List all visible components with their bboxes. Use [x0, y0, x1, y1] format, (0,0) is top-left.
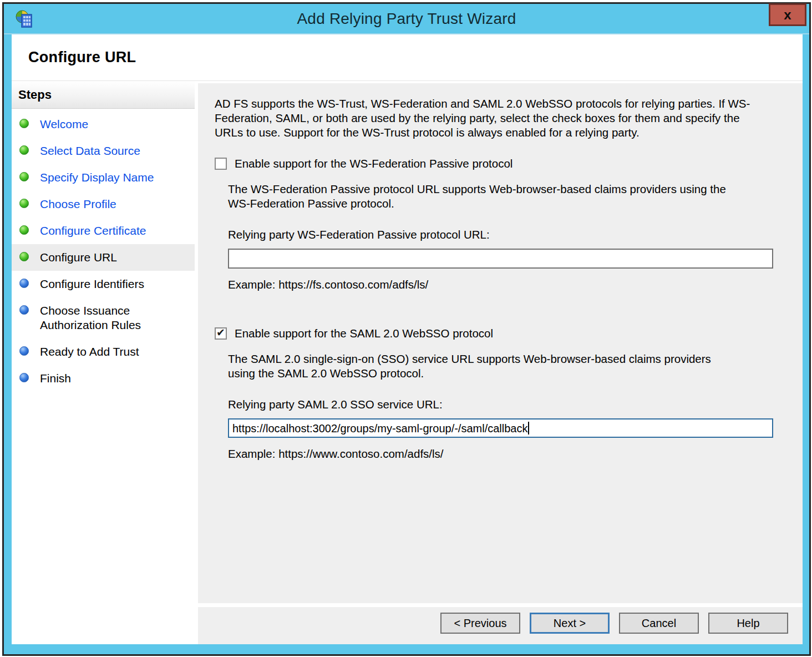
page-title: Configure URL [28, 49, 136, 66]
step-complete-icon [19, 225, 29, 235]
sidebar-item-configure-certificate[interactable]: Configure Certificate [12, 218, 195, 244]
page-header: Configure URL [12, 34, 803, 81]
titlebar[interactable]: Add Relying Party Trust Wizard x [4, 4, 809, 34]
sidebar-item-select-data-source[interactable]: Select Data Source [12, 138, 195, 164]
sidebar-item-ready-to-add-trust: Ready to Add Trust [12, 338, 195, 365]
footer-button-row: < Previous Next > Cancel Help [198, 607, 803, 644]
sidebar-item-welcome[interactable]: Welcome [12, 111, 195, 138]
sidebar-item-choose-profile[interactable]: Choose Profile [12, 191, 195, 218]
window-title: Add Relying Party Trust Wizard [4, 10, 809, 28]
saml-example: Example: https://www.contoso.com/adfs/ls… [228, 447, 773, 461]
wsfed-checkbox-row: Enable support for the WS-Federation Pas… [215, 156, 773, 171]
previous-button[interactable]: < Previous [440, 613, 520, 634]
sidebar-item-choose-issuance-authorization-rules: Choose Issuance Authorization Rules [12, 297, 195, 338]
close-button[interactable]: x [769, 3, 806, 26]
saml-checkbox-row: Enable support for the SAML 2.0 WebSSO p… [215, 326, 773, 341]
sidebar-item-configure-identifiers: Configure Identifiers [12, 271, 195, 297]
next-button[interactable]: Next > [530, 613, 610, 634]
window-body: Configure URL Steps Welcome Select Data … [4, 34, 809, 654]
saml-url-label: Relying party SAML 2.0 SSO service URL: [228, 397, 773, 412]
step-complete-icon [19, 145, 29, 155]
steps-heading: Steps [12, 81, 195, 109]
wsfed-description: The WS-Federation Passive protocol URL s… [228, 182, 727, 211]
close-icon: x [784, 8, 791, 22]
sidebar-item-configure-url: Configure URL [12, 244, 195, 271]
wsfed-url-input[interactable] [228, 249, 773, 269]
saml-description: The SAML 2.0 single-sign-on (SSO) servic… [228, 352, 727, 381]
step-pending-icon [19, 279, 29, 288]
text-cursor [528, 422, 529, 434]
sidebar-item-finish: Finish [12, 365, 195, 392]
footer-divider [198, 603, 803, 607]
step-complete-icon [19, 172, 29, 181]
step-current-icon [19, 252, 29, 261]
cancel-button[interactable]: Cancel [619, 613, 699, 634]
saml-checkbox[interactable] [215, 327, 227, 340]
wsfed-checkbox-label[interactable]: Enable support for the WS-Federation Pas… [235, 156, 512, 171]
configure-url-pane: AD FS supports the WS-Trust, WS-Federati… [198, 81, 803, 603]
saml-url-input[interactable]: https://localhost:3002/groups/my-saml-gr… [228, 418, 773, 438]
saml-url-value: https://localhost:3002/groups/my-saml-gr… [232, 421, 527, 436]
step-pending-icon [19, 373, 29, 382]
steps-sidebar: Steps Welcome Select Data Source Spec [12, 81, 195, 644]
step-complete-icon [19, 199, 29, 208]
step-pending-icon [19, 346, 29, 356]
wsfed-checkbox[interactable] [215, 158, 227, 170]
step-complete-icon [19, 119, 29, 128]
intro-text: AD FS supports the WS-Trust, WS-Federati… [215, 97, 755, 140]
step-pending-icon [19, 305, 29, 315]
saml-checkbox-label[interactable]: Enable support for the SAML 2.0 WebSSO p… [235, 326, 493, 341]
wsfed-url-label: Relying party WS-Federation Passive prot… [228, 228, 773, 242]
wizard-window: Add Relying Party Trust Wizard x Configu… [2, 2, 811, 656]
screenshot-root: Add Relying Party Trust Wizard x Configu… [0, 0, 812, 657]
help-button[interactable]: Help [708, 613, 788, 634]
sidebar-item-specify-display-name[interactable]: Specify Display Name [12, 164, 195, 191]
wsfed-example: Example: https://fs.contoso.com/adfs/ls/ [228, 277, 773, 292]
